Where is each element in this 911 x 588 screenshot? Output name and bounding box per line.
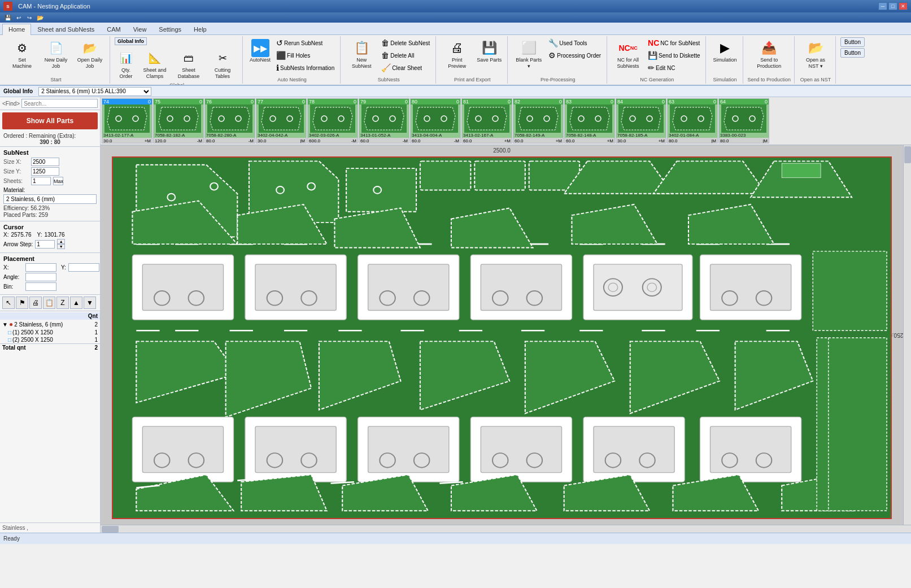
part-dim1-81: 60.0 bbox=[463, 138, 472, 143]
find-input[interactable] bbox=[21, 99, 98, 108]
blank-parts-button[interactable]: ⬜ Blank Parts ▾ bbox=[512, 37, 545, 71]
part-thumb-74[interactable]: 74 0 3413-02-177-A 30.0 +M 210.14 x 100 bbox=[102, 98, 152, 143]
tree-row-sheet1[interactable]: □ (1) 2500 X 1250 1 bbox=[0, 329, 100, 336]
part-thumb-81[interactable]: 81 0 3413-02-167-A 60.0 +M 177.56 x 173.… bbox=[461, 98, 512, 143]
tool-up[interactable]: ▲ bbox=[70, 297, 82, 309]
rerun-subnest-button[interactable]: ↺ Rerun SubNest bbox=[274, 37, 337, 49]
tool-z[interactable]: Z bbox=[56, 297, 69, 309]
button-bottom[interactable]: Button bbox=[840, 48, 865, 58]
part-id-64: 64 bbox=[720, 99, 726, 104]
app-logo: S bbox=[3, 2, 12, 11]
qa-save-button[interactable]: 💾 bbox=[3, 14, 12, 21]
part-thumb-77[interactable]: 77 0 3402-04-042-A 30.0 |M 60 x 206.78 bbox=[256, 98, 307, 143]
part-header-76: 76 0 bbox=[205, 99, 255, 104]
arrow-step-up[interactable]: ▲ bbox=[57, 239, 65, 244]
open-daily-job-button[interactable]: 📂 Open Daily Job bbox=[73, 37, 106, 71]
tab-help[interactable]: Help bbox=[188, 24, 213, 34]
nc-subnest-button[interactable]: NC NC for SubNest bbox=[646, 37, 702, 49]
part-thumb-83[interactable]: 83 0 7058-82-148-A 60.0 +M 125 x 156.67 bbox=[564, 98, 615, 143]
fill-holes-button[interactable]: ⬛ Fill Holes bbox=[274, 50, 337, 61]
clear-sheet-button[interactable]: 🧹 Clear Sheet bbox=[379, 62, 432, 73]
arrow-step-down[interactable]: ▼ bbox=[57, 244, 65, 249]
tab-cam[interactable]: CAM bbox=[101, 24, 127, 34]
tab-home[interactable]: Home bbox=[2, 24, 31, 35]
efficiency-row: Efficiency: 56.23% bbox=[3, 205, 97, 211]
cutting-tables-label: Cutting Tables bbox=[208, 67, 237, 80]
part-thumb-63[interactable]: 63 0 3402-01-084-A 80.0 |M 130 x 275 bbox=[667, 98, 718, 143]
edit-nc-button[interactable]: ✏ Edit NC bbox=[646, 62, 702, 73]
part-thumb-82[interactable]: 82 0 7058-82-149-A 60.0 +M 125 x 164.67 bbox=[513, 98, 564, 143]
close-button[interactable]: ✕ bbox=[899, 2, 908, 10]
tool-select[interactable]: ↖ bbox=[2, 297, 15, 309]
qa-redo-button[interactable]: ↪ bbox=[25, 14, 34, 21]
nc-all-subnests-button[interactable]: NCNC NC for All SubNests bbox=[612, 37, 644, 71]
part-thumb-78[interactable]: 78 0 3402-03-026-A 600.0 -M 200 x 40 bbox=[307, 98, 358, 143]
svg-marker-9 bbox=[210, 107, 250, 130]
material-select[interactable]: 2 Stainless, 6 (mm) U:15 ALL:390 bbox=[38, 87, 151, 96]
tab-sheet-subnests[interactable]: Sheet and SubNests bbox=[31, 24, 101, 34]
svg-rect-103 bbox=[711, 264, 791, 311]
send-diskette-button[interactable]: 💾 Send to Diskette bbox=[646, 50, 702, 61]
arrow-step-input[interactable] bbox=[35, 240, 55, 249]
maximize-button[interactable]: □ bbox=[888, 2, 897, 10]
used-tools-button[interactable]: 🔧 Used Tools bbox=[546, 37, 603, 49]
qty-order-button[interactable]: 📊 Qty.Order bbox=[115, 47, 137, 81]
part-thumb-84[interactable]: 84 0 7058-82-185-A 30.0 +M 120 x 150 bbox=[616, 98, 666, 143]
vertical-scrollbar[interactable] bbox=[903, 145, 911, 525]
tree-total-label: Total qnt bbox=[2, 345, 94, 351]
part-thumb-75[interactable]: 75 0 7058-82-182-A 120.0 -M 210 x 40 bbox=[153, 98, 204, 143]
canvas-area[interactable]: 2500.0 1250.0 bbox=[101, 145, 903, 525]
qa-open-button[interactable]: 📂 bbox=[36, 14, 45, 21]
new-daily-job-button[interactable]: 📄 New Daily Job bbox=[40, 37, 72, 71]
horizontal-scrollbar[interactable] bbox=[101, 525, 911, 533]
placement-x-label: X: bbox=[3, 264, 23, 271]
sheet-database-button[interactable]: 🗃 Sheet Database bbox=[172, 47, 205, 81]
open-nst-button[interactable]: 📂 Open as NST ▾ bbox=[799, 37, 832, 71]
save-parts-button[interactable]: 💾 Save Parts bbox=[474, 37, 504, 65]
tab-view[interactable]: View bbox=[127, 24, 153, 34]
size-y-input[interactable] bbox=[31, 167, 59, 176]
tool-copy[interactable]: 📋 bbox=[43, 297, 55, 309]
set-machine-button[interactable]: ⚙ Set Machine bbox=[6, 37, 38, 71]
tab-settings[interactable]: Settings bbox=[152, 24, 188, 34]
part-code-63: 3402-01-084-A bbox=[668, 133, 717, 138]
placement-angle-input[interactable] bbox=[25, 273, 56, 281]
delete-subnest-button[interactable]: 🗑 Delete SubNest bbox=[379, 37, 432, 49]
part-thumb-64[interactable]: 64 0 3383-00-023 80.0 |M 266.78 x 200 bbox=[718, 98, 769, 143]
placement-x-input[interactable] bbox=[25, 263, 56, 272]
tree-row-sheet2[interactable]: □ (2) 2500 X 1250 1 bbox=[0, 336, 100, 343]
delete-all-button[interactable]: 🗑 Delete All bbox=[379, 50, 432, 61]
subnests-info-button[interactable]: ℹ SubNests Information bbox=[274, 62, 337, 73]
part-thumb-79[interactable]: 79 0 3413-01-052-A 60.0 -M 193 x 60 bbox=[359, 98, 409, 143]
sheet-clamps-icon: 📐 bbox=[146, 49, 164, 67]
hscroll-thumb[interactable] bbox=[102, 526, 119, 533]
send-production-button[interactable]: 📤 Send to Production bbox=[753, 37, 786, 71]
part-id-79: 79 bbox=[360, 99, 366, 104]
simulation-button[interactable]: ▶ Simulation bbox=[711, 37, 739, 65]
print-preview-button[interactable]: 🖨 Print Preview bbox=[441, 37, 473, 71]
autonest-button[interactable]: ▶▶ AutoNest bbox=[247, 37, 273, 65]
part-dim1-84: 30.0 bbox=[617, 138, 626, 143]
minimize-button[interactable]: ─ bbox=[878, 2, 887, 10]
placement-y-input[interactable] bbox=[68, 263, 99, 272]
max-button[interactable]: Max bbox=[53, 177, 63, 185]
cutting-tables-button[interactable]: ✂ Cutting Tables bbox=[206, 47, 239, 81]
button-top[interactable]: Button bbox=[840, 37, 865, 47]
tool-flag[interactable]: ⚑ bbox=[16, 297, 28, 309]
processing-order-button[interactable]: ⚙ Processing Order bbox=[546, 50, 603, 61]
size-x-input[interactable] bbox=[31, 158, 59, 166]
tree-row-material[interactable]: ▼ ● 2 Stainless, 6 (mm) 2 bbox=[0, 320, 100, 329]
tool-down[interactable]: ▼ bbox=[84, 297, 96, 309]
tool-print[interactable]: 🖨 bbox=[29, 297, 42, 309]
sheet-clamps-button[interactable]: 📐 Sheet and Clamps bbox=[138, 47, 171, 81]
placement-bin-input[interactable] bbox=[25, 282, 56, 291]
show-all-parts-button[interactable]: Show All Parts bbox=[2, 112, 98, 129]
nest-canvas[interactable] bbox=[112, 156, 892, 519]
sheets-input[interactable] bbox=[31, 177, 51, 185]
vscroll-thumb[interactable] bbox=[904, 146, 911, 163]
qa-undo-button[interactable]: ↩ bbox=[14, 14, 23, 21]
new-subnest-button[interactable]: 📋 New SubNest bbox=[345, 37, 378, 71]
part-thumb-76[interactable]: 76 0 7058-82-280-A 80.0 -M 210 x 35 bbox=[204, 98, 255, 143]
print-preview-icon: 🖨 bbox=[448, 39, 466, 57]
part-thumb-80[interactable]: 80 0 3413-04-004-A 60.0 -M 179.78 x 50 bbox=[410, 98, 461, 143]
